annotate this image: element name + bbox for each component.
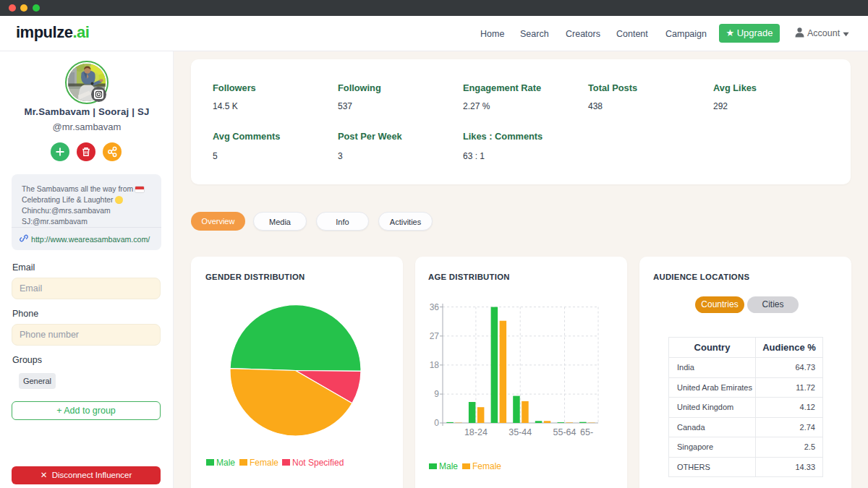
svg-text:0: 0 — [434, 418, 439, 428]
svg-text:18: 18 — [430, 360, 440, 370]
svg-text:35-44: 35-44 — [509, 427, 532, 437]
svg-text:18-24: 18-24 — [464, 427, 488, 437]
svg-text:36: 36 — [430, 302, 440, 312]
svg-text:55-64: 55-64 — [553, 427, 576, 437]
svg-text:65-: 65- — [580, 427, 593, 437]
svg-text:9: 9 — [434, 389, 439, 399]
svg-text:27: 27 — [430, 331, 440, 341]
